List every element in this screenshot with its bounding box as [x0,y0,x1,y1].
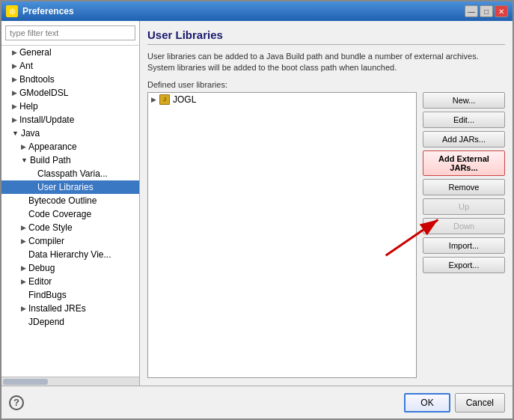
tree-label: Bytecode Outline [28,195,97,206]
tree-label: User Libraries [37,182,94,192]
down-button[interactable]: Down [423,218,505,234]
arrow-icon: ▶ [21,305,26,312]
arrow-icon: ▶ [12,89,17,97]
tree-area[interactable]: ▶General ▶Ant ▶Bndtools ▶GModelDSL ▶Help… [1,46,139,377]
arrow-icon: ▶ [12,49,17,56]
add-jars-button[interactable]: Add JARs... [423,131,505,147]
tree-label: Editor [28,276,52,287]
tree-label: JDepend [28,317,64,327]
close-button[interactable]: ✕ [495,5,508,17]
import-button[interactable]: Import... [423,237,505,254]
arrow-icon: ▼ [12,130,19,137]
title-bar-left: ⚙ Preferences [6,5,74,17]
tree-item-compiler[interactable]: ▶Compiler [1,234,139,248]
window-title: Preferences [22,6,74,16]
tree-item-installed-jres[interactable]: ▶Installed JREs [1,302,139,315]
tree-item-data-hierarchy[interactable]: ▶Data Hierarchy Vie... [1,248,139,261]
tree-item-bndtools[interactable]: ▶Bndtools [1,73,139,86]
help-button[interactable]: ? [9,395,24,410]
lib-name: JOGL [173,94,196,105]
bottom-bar: ? OK Cancel [1,386,513,419]
window-icon: ⚙ [6,5,18,17]
cancel-button[interactable]: Cancel [455,393,505,413]
tree-item-ant[interactable]: ▶Ant [1,59,139,73]
tree-item-install-update[interactable]: ▶Install/Update [1,113,139,127]
arrow-icon: ▼ [21,156,28,164]
arrow-icon: ▶ [21,264,26,272]
tree-item-editor[interactable]: ▶Editor [1,275,139,288]
library-item-jogl[interactable]: ▶ J JOGL [148,93,416,106]
tree-item-jdepend[interactable]: ▶JDepend [1,315,139,329]
arrow-icon: ▶ [12,62,17,70]
tree-label: General [19,47,52,58]
filter-input[interactable] [5,25,135,40]
tree-item-code-coverage[interactable]: ▶Code Coverage [1,207,139,221]
arrow-icon: ▶ [21,237,26,245]
panel-description: User libraries can be added to a Java Bu… [147,51,505,74]
tree-label: Data Hierarchy Vie... [28,249,111,260]
tree-label: Bndtools [19,74,55,85]
add-external-jars-button[interactable]: Add External JARs... [423,150,505,176]
jar-icon: J [159,94,170,105]
tree-label: Installed JREs [28,303,86,314]
tree-label: Java [21,128,40,139]
tree-item-findbugs[interactable]: ▶FindBugs [1,288,139,302]
tree-item-bytecode-outline[interactable]: ▶Bytecode Outline [1,194,139,207]
library-list[interactable]: ▶ J JOGL [147,92,417,378]
scroll-thumb[interactable] [3,379,48,385]
edit-button[interactable]: Edit... [423,112,505,128]
tree-label: Appearance [28,141,77,152]
tree-item-classpath-variables[interactable]: ▶Classpath Varia... [1,167,139,180]
tree-item-user-libraries[interactable]: ▶User Libraries [1,180,139,194]
preferences-window: ⚙ Preferences — □ ✕ ▶General ▶Ant ▶Bndto… [0,0,514,420]
tree-label: Install/Update [19,115,74,125]
main-body: ▶General ▶Ant ▶Bndtools ▶GModelDSL ▶Help… [1,21,513,386]
filter-box [1,21,139,46]
new-button[interactable]: New... [423,92,505,109]
arrow-icon: ▶ [21,224,26,231]
remove-button[interactable]: Remove [423,179,505,195]
title-bar: ⚙ Preferences — □ ✕ [1,1,513,21]
button-column: New... Edit... Add JARs... Add External … [423,92,505,378]
tree-item-code-style[interactable]: ▶Code Style [1,221,139,234]
tree-item-general[interactable]: ▶General [1,46,139,59]
tree-label: Debug [28,263,55,273]
tree-item-appearance[interactable]: ▶Appearance [1,140,139,153]
tree-label: Build Path [30,155,71,165]
minimize-button[interactable]: — [465,5,478,17]
right-panel-wrapper: User Libraries User libraries can be add… [140,21,513,386]
up-button[interactable]: Up [423,198,505,215]
tree-label: Ant [19,61,33,71]
tree-label: Code Coverage [28,209,91,219]
title-buttons: — □ ✕ [465,5,508,17]
right-panel: User Libraries User libraries can be add… [140,21,513,386]
ok-cancel-group: OK Cancel [404,393,505,413]
panel-title: User Libraries [147,28,505,45]
tree-label: Help [19,101,38,112]
tree-item-gmodeldsl[interactable]: ▶GModelDSL [1,86,139,100]
maximize-button[interactable]: □ [480,5,493,17]
tree-item-java[interactable]: ▼Java [1,127,139,140]
tree-label: Code Style [28,222,73,233]
lib-arrow-icon: ▶ [151,96,156,103]
tree-label: Classpath Varia... [37,168,108,179]
export-button[interactable]: Export... [423,257,505,273]
tree-item-build-path[interactable]: ▼Build Path [1,153,139,167]
left-panel: ▶General ▶Ant ▶Bndtools ▶GModelDSL ▶Help… [1,21,140,386]
arrow-icon: ▶ [12,103,17,110]
arrow-icon: ▶ [12,116,17,124]
library-section: ▶ J JOGL New... Edit... Add JARs... Add … [147,92,505,378]
tree-item-help[interactable]: ▶Help [1,100,139,113]
ok-button[interactable]: OK [404,393,450,413]
defined-label: Defined user libraries: [147,80,505,89]
arrow-icon: ▶ [21,143,26,150]
horizontal-scrollbar[interactable] [1,377,139,386]
tree-item-debug[interactable]: ▶Debug [1,261,139,275]
arrow-icon: ▶ [12,76,17,83]
tree-label: Compiler [28,236,64,246]
arrow-icon: ▶ [21,278,26,285]
tree-label: GModelDSL [19,88,68,98]
tree-label: FindBugs [28,290,67,300]
